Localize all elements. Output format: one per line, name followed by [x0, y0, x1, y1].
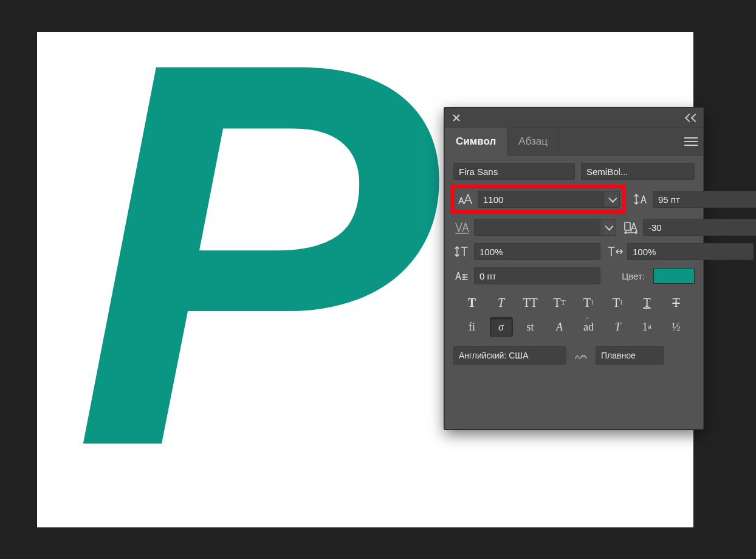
- fractions-button[interactable]: ½: [665, 317, 688, 337]
- hamburger-icon: [684, 137, 698, 146]
- font-size-icon: [457, 193, 474, 206]
- underline-button[interactable]: T: [636, 293, 659, 312]
- font-size-input[interactable]: [478, 191, 603, 207]
- svg-rect-0: [625, 222, 630, 230]
- tracking-icon: [622, 221, 639, 234]
- titling-alt-button[interactable]: T: [607, 317, 630, 337]
- text-color-swatch[interactable]: [653, 268, 695, 284]
- swash-button[interactable]: A: [548, 317, 571, 337]
- panel-header: [445, 108, 703, 128]
- panel-tabs: Символ Абзац: [445, 128, 703, 156]
- vertical-scale-icon: [453, 245, 470, 258]
- antialias-input[interactable]: [596, 347, 664, 364]
- kerning-combo[interactable]: [474, 219, 616, 236]
- tracking-input[interactable]: [644, 219, 756, 235]
- font-style-input[interactable]: [582, 163, 695, 179]
- vertical-scale-input[interactable]: [474, 243, 600, 260]
- kerning-dropdown-button[interactable]: [600, 219, 616, 235]
- sample-glyph: P: [74, 0, 426, 527]
- horizontal-scale-icon: [607, 245, 624, 258]
- language-combo[interactable]: [453, 346, 566, 365]
- leading-input[interactable]: [653, 191, 756, 207]
- horizontal-scale-input[interactable]: [627, 243, 754, 260]
- stylistic-alt-button[interactable]: st: [519, 317, 542, 337]
- panel-body: Цвет: T T TT TT T1 T1 T T fi σ st A a→d …: [445, 156, 703, 373]
- discretionary-lig-button[interactable]: a→d: [577, 317, 600, 337]
- subscript-button[interactable]: T1: [607, 293, 630, 312]
- tab-paragraph[interactable]: Абзац: [507, 128, 559, 155]
- superscript-button[interactable]: T1: [577, 293, 600, 312]
- tracking-combo[interactable]: [643, 219, 756, 236]
- italic-button[interactable]: T: [490, 293, 513, 312]
- kerning-input[interactable]: [475, 219, 600, 235]
- bold-button[interactable]: T: [461, 293, 484, 312]
- panel-close-icon[interactable]: [451, 112, 462, 123]
- font-size-combo[interactable]: [478, 191, 620, 208]
- chevron-down-icon: [608, 194, 617, 203]
- font-size-dropdown-button[interactable]: [603, 191, 619, 207]
- font-family-input[interactable]: [454, 163, 575, 179]
- baseline-shift-icon: [453, 269, 470, 283]
- ligatures-button[interactable]: fi: [461, 317, 484, 337]
- ordinals-button[interactable]: 1st: [636, 317, 659, 337]
- baseline-shift-input[interactable]: [474, 267, 600, 284]
- antialias-icon: [572, 349, 589, 362]
- antialias-combo[interactable]: [596, 346, 664, 365]
- kerning-icon: [453, 221, 470, 234]
- type-style-row: T T TT TT T1 T1 T T: [453, 293, 695, 312]
- language-antialias-row: [453, 346, 695, 365]
- tab-character[interactable]: Символ: [445, 128, 507, 156]
- character-panel: Символ Абзац: [444, 108, 704, 430]
- strikethrough-button[interactable]: T: [665, 293, 688, 312]
- smallcaps-button[interactable]: TT: [548, 293, 571, 312]
- allcaps-button[interactable]: TT: [519, 293, 542, 312]
- panel-flyout-menu[interactable]: [679, 128, 703, 155]
- panel-collapse-icon[interactable]: [686, 114, 699, 122]
- font-size-highlight: [451, 185, 626, 214]
- font-family-combo[interactable]: [453, 163, 575, 180]
- opentype-row: fi σ st A a→d T 1st ½: [453, 317, 695, 337]
- color-label: Цвет:: [622, 271, 645, 281]
- leading-icon: [632, 193, 649, 206]
- chevron-down-icon: [605, 222, 613, 231]
- leading-combo[interactable]: [653, 191, 756, 208]
- language-input[interactable]: [454, 347, 566, 364]
- contextual-alt-button[interactable]: σ: [490, 317, 513, 337]
- font-style-combo[interactable]: [581, 163, 695, 180]
